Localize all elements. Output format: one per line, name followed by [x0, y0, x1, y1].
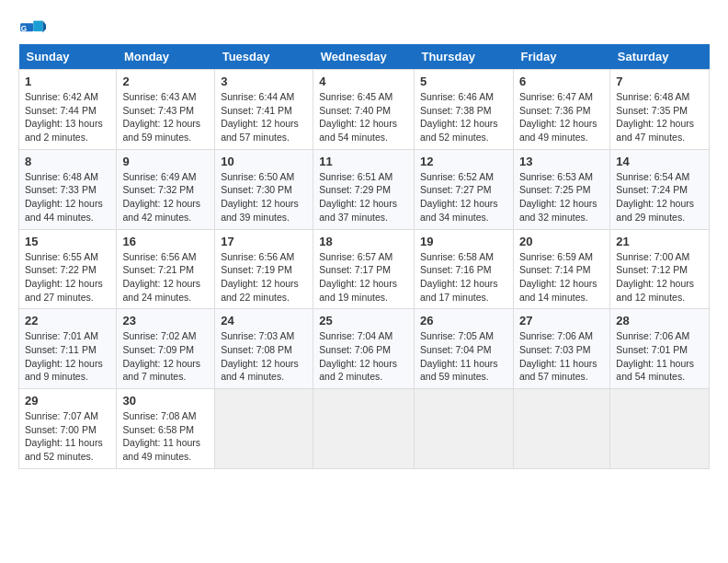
day-cell: 18Sunrise: 6:57 AMSunset: 7:17 PMDayligh…	[313, 229, 415, 309]
header-cell-wednesday: Wednesday	[313, 44, 415, 70]
day-cell: 20Sunrise: 6:59 AMSunset: 7:14 PMDayligh…	[513, 229, 609, 309]
calendar-table: SundayMondayTuesdayWednesdayThursdayFrid…	[18, 44, 710, 469]
header-cell-saturday: Saturday	[610, 44, 710, 70]
header-cell-friday: Friday	[513, 44, 609, 70]
day-cell: 13Sunrise: 6:53 AMSunset: 7:25 PMDayligh…	[513, 149, 609, 229]
day-cell: 28Sunrise: 7:06 AMSunset: 7:01 PMDayligh…	[610, 309, 710, 389]
week-row: 22Sunrise: 7:01 AMSunset: 7:11 PMDayligh…	[19, 309, 710, 389]
day-cell: 11Sunrise: 6:51 AMSunset: 7:29 PMDayligh…	[313, 149, 415, 229]
day-cell	[513, 389, 609, 469]
week-row: 1Sunrise: 6:42 AMSunset: 7:44 PMDaylight…	[19, 70, 710, 150]
day-cell	[313, 389, 415, 469]
logo: G	[18, 18, 50, 35]
day-cell: 1Sunrise: 6:42 AMSunset: 7:44 PMDaylight…	[19, 70, 117, 150]
day-cell: 24Sunrise: 7:03 AMSunset: 7:08 PMDayligh…	[215, 309, 313, 389]
header-cell-tuesday: Tuesday	[215, 44, 313, 70]
svg-text:G: G	[21, 24, 28, 33]
day-cell: 10Sunrise: 6:50 AMSunset: 7:30 PMDayligh…	[215, 149, 313, 229]
day-cell: 27Sunrise: 7:06 AMSunset: 7:03 PMDayligh…	[513, 309, 609, 389]
day-cell: 6Sunrise: 6:47 AMSunset: 7:36 PMDaylight…	[513, 70, 609, 150]
day-cell: 25Sunrise: 7:04 AMSunset: 7:06 PMDayligh…	[313, 309, 415, 389]
day-cell	[414, 389, 513, 469]
day-cell: 3Sunrise: 6:44 AMSunset: 7:41 PMDaylight…	[215, 70, 313, 150]
day-cell: 23Sunrise: 7:02 AMSunset: 7:09 PMDayligh…	[117, 309, 215, 389]
day-cell: 14Sunrise: 6:54 AMSunset: 7:24 PMDayligh…	[610, 149, 710, 229]
day-cell: 2Sunrise: 6:43 AMSunset: 7:43 PMDaylight…	[117, 70, 215, 150]
day-cell: 15Sunrise: 6:55 AMSunset: 7:22 PMDayligh…	[19, 229, 117, 309]
week-row: 8Sunrise: 6:48 AMSunset: 7:33 PMDaylight…	[19, 149, 710, 229]
header-cell-monday: Monday	[117, 44, 215, 70]
header-cell-thursday: Thursday	[414, 44, 513, 70]
day-cell: 16Sunrise: 6:56 AMSunset: 7:21 PMDayligh…	[117, 229, 215, 309]
calendar-body: 1Sunrise: 6:42 AMSunset: 7:44 PMDaylight…	[19, 70, 710, 469]
svg-marker-3	[43, 21, 46, 33]
header-row: SundayMondayTuesdayWednesdayThursdayFrid…	[19, 44, 710, 70]
week-row: 15Sunrise: 6:55 AMSunset: 7:22 PMDayligh…	[19, 229, 710, 309]
day-cell	[215, 389, 313, 469]
logo-icon: G	[18, 18, 46, 35]
day-cell: 4Sunrise: 6:45 AMSunset: 7:40 PMDaylight…	[313, 70, 415, 150]
header-cell-sunday: Sunday	[19, 44, 117, 70]
day-cell: 22Sunrise: 7:01 AMSunset: 7:11 PMDayligh…	[19, 309, 117, 389]
day-cell: 30Sunrise: 7:08 AMSunset: 6:58 PMDayligh…	[117, 389, 215, 469]
day-cell: 21Sunrise: 7:00 AMSunset: 7:12 PMDayligh…	[610, 229, 710, 309]
day-cell	[610, 389, 710, 469]
header: G	[18, 18, 710, 35]
day-cell: 9Sunrise: 6:49 AMSunset: 7:32 PMDaylight…	[117, 149, 215, 229]
day-cell: 17Sunrise: 6:56 AMSunset: 7:19 PMDayligh…	[215, 229, 313, 309]
day-cell: 26Sunrise: 7:05 AMSunset: 7:04 PMDayligh…	[414, 309, 513, 389]
day-cell: 12Sunrise: 6:52 AMSunset: 7:27 PMDayligh…	[414, 149, 513, 229]
day-cell: 19Sunrise: 6:58 AMSunset: 7:16 PMDayligh…	[414, 229, 513, 309]
calendar-header: SundayMondayTuesdayWednesdayThursdayFrid…	[19, 44, 710, 70]
day-cell: 29Sunrise: 7:07 AMSunset: 7:00 PMDayligh…	[19, 389, 117, 469]
week-row: 29Sunrise: 7:07 AMSunset: 7:00 PMDayligh…	[19, 389, 710, 469]
day-cell: 8Sunrise: 6:48 AMSunset: 7:33 PMDaylight…	[19, 149, 117, 229]
svg-marker-2	[33, 21, 42, 32]
day-cell: 5Sunrise: 6:46 AMSunset: 7:38 PMDaylight…	[414, 70, 513, 150]
day-cell: 7Sunrise: 6:48 AMSunset: 7:35 PMDaylight…	[610, 70, 710, 150]
